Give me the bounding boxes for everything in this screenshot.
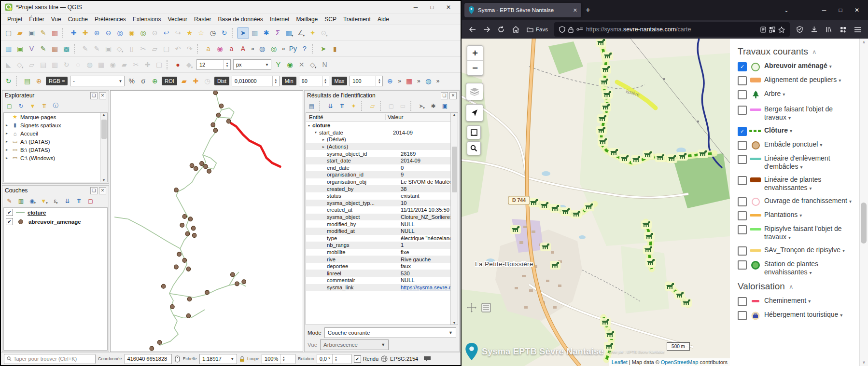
rotate-symbols-icon[interactable]: ◇▾ xyxy=(308,59,319,70)
legend-item[interactable]: Linéaire de plantes envahissantes▾ xyxy=(738,176,856,192)
identify-row[interactable]: commentairNULL xyxy=(306,277,451,284)
explorer-item-signets-spatiaux[interactable]: ▸▮Signets spatiaux xyxy=(4,121,107,129)
extensions-button[interactable] xyxy=(836,23,850,36)
dropdown-caret-icon[interactable]: ▾ xyxy=(842,248,845,253)
new-mesh-layer-icon[interactable]: ▩ xyxy=(61,43,72,54)
filter-expression-icon[interactable]: ε▾ xyxy=(50,196,61,206)
menu-couche[interactable]: Couche xyxy=(65,15,91,24)
fill-ring-icon[interactable]: ◉ xyxy=(107,59,118,70)
zoom-native-icon[interactable]: ⊙ xyxy=(149,27,160,39)
scp-image-zoom-icon[interactable]: ⊕ xyxy=(33,76,44,87)
merge-features-icon[interactable]: ▥ xyxy=(49,59,60,70)
scp-classification-icon[interactable]: ▦ xyxy=(404,76,415,87)
scp-roi-add-icon[interactable]: ✚ xyxy=(190,76,201,87)
explorer-item-c-windows-[interactable]: ▸▭C:\ (Windows) xyxy=(4,154,107,162)
layers-float-button[interactable]: ❏ xyxy=(90,187,98,194)
tracing-offset-spin[interactable]: 12▲▼ xyxy=(196,59,231,70)
reload-button[interactable] xyxy=(494,23,508,36)
scp-min-spin[interactable]: 60▲▼ xyxy=(299,76,329,86)
explorer-item-b-datas-[interactable]: ▸▭B:\ (DATAS) xyxy=(4,146,107,154)
tree-expander-icon[interactable]: ▸ xyxy=(322,145,327,149)
copy-move-icon[interactable]: ▢ xyxy=(154,59,165,70)
copy-clipboard-icon[interactable]: ▢ xyxy=(386,101,397,111)
legend-item[interactable]: Berge faisant l'objet de travaux▾ xyxy=(738,105,856,122)
split-parts-icon[interactable]: ▤ xyxy=(38,59,49,70)
identify-float-button[interactable]: ❏ xyxy=(441,92,448,99)
expand-new-results-icon[interactable]: ✦ xyxy=(348,101,359,111)
scp-rgb-combo[interactable]: -▼ xyxy=(70,76,125,86)
search-locator-icon[interactable]: ⊙▾ xyxy=(319,27,330,39)
identify-row[interactable]: mobilitefixe xyxy=(306,249,451,256)
paste-features-icon[interactable]: ▢ xyxy=(161,43,172,54)
add-group-icon[interactable]: ▥ xyxy=(15,196,27,206)
normals-icon[interactable]: N xyxy=(319,59,330,70)
scp-bandset-icon[interactable]: ▤ xyxy=(22,76,33,87)
refresh-map-icon[interactable]: ↻ xyxy=(219,27,230,39)
messages-icon[interactable] xyxy=(423,356,431,362)
legend-list-icon[interactable] xyxy=(481,302,491,313)
scp-stretch-percent-icon[interactable]: % xyxy=(126,76,137,87)
menu-vecteur[interactable]: Vecteur xyxy=(164,15,191,24)
simplify-feature-icon[interactable]: ◌ xyxy=(72,59,84,70)
toggle-editing-icon[interactable]: ✎ xyxy=(91,43,102,54)
split-features-icon[interactable]: Y xyxy=(273,59,284,70)
save-edits-icon[interactable]: ▣ xyxy=(103,43,114,54)
tree-expander-icon[interactable]: ▾ xyxy=(308,123,312,128)
bookmarks-folder-button[interactable]: Favs xyxy=(523,23,551,36)
identify-row[interactable]: created_at11/11/2014 10:35:50 (Paris, ..… xyxy=(306,206,451,214)
coordinate-input[interactable]: 416040 6651828 xyxy=(125,354,172,364)
browser-tab[interactable]: Sysma - EPTB Sèvre Nantaise ✕ xyxy=(464,3,581,17)
legend-item[interactable]: Arbre▾ xyxy=(738,90,856,101)
tab-close-icon[interactable]: ✕ xyxy=(573,7,577,14)
legend-checkbox[interactable] xyxy=(738,155,747,164)
layer-checkbox[interactable]: ✔ xyxy=(6,218,13,225)
scp-preview-icon[interactable]: ⊕ xyxy=(384,76,395,87)
downloads-button[interactable] xyxy=(807,23,821,36)
legend-item[interactable]: Hébergement touristique▾ xyxy=(738,311,856,322)
menu-extensions[interactable]: Extensions xyxy=(129,15,165,24)
scp-cumulative-icon[interactable]: ⊕ xyxy=(149,76,160,87)
temporal-controller-icon[interactable]: ◷ xyxy=(207,27,218,39)
identify-row[interactable]: nb_rangs1 xyxy=(306,242,451,249)
map-canvas[interactable] xyxy=(110,90,303,352)
explorer-close-button[interactable]: ✕ xyxy=(99,92,106,99)
scp-plugin-icon[interactable]: ↻ xyxy=(3,76,14,87)
legend-checkbox[interactable] xyxy=(738,106,747,115)
bookmark-star-icon[interactable] xyxy=(778,27,785,33)
save-project-icon[interactable]: ▣ xyxy=(26,27,37,39)
scp-dist-spin[interactable]: 0,010000▲▼ xyxy=(232,76,280,86)
db-manager-icon[interactable]: ◍ xyxy=(257,43,268,54)
explorer-item-accueil[interactable]: ▸⌂Accueil xyxy=(4,129,107,137)
cad-tools-icon[interactable]: ◣ xyxy=(3,59,14,70)
dropdown-caret-icon[interactable]: ▾ xyxy=(788,235,791,240)
menu-projet[interactable]: Projet xyxy=(4,15,26,24)
crs-value[interactable]: EPSG:2154 xyxy=(390,356,418,362)
scp-stretch-sigma-icon[interactable]: σ xyxy=(138,76,149,87)
collapse-chevron-icon[interactable]: ∧ xyxy=(812,48,817,55)
collapse-tree-icon[interactable]: ⇈ xyxy=(336,101,348,111)
dropdown-caret-icon[interactable]: ▾ xyxy=(808,298,811,304)
snap-tracing-icon[interactable]: ◉ xyxy=(284,59,295,70)
page-scrollbar[interactable]: ∧ ∨ xyxy=(859,39,868,366)
expand-tree-icon[interactable]: ⇊ xyxy=(325,101,336,111)
scroll-down-icon[interactable]: ∨ xyxy=(863,360,866,365)
identify-mode-select[interactable]: Couche courante▼ xyxy=(324,327,456,338)
zoom-next-icon[interactable]: ↪ xyxy=(172,27,183,39)
delete-selected-icon[interactable]: ▯ xyxy=(126,43,137,54)
identify-features-icon[interactable]: ➤ xyxy=(238,27,249,39)
protections-shield-icon[interactable] xyxy=(793,23,806,36)
identify-mode-icon[interactable]: ➤▾ xyxy=(416,101,427,111)
measure-icon[interactable]: ∠▾ xyxy=(295,27,307,39)
legend-checkbox[interactable] xyxy=(738,176,747,185)
legend-checkbox[interactable]: ✓ xyxy=(738,127,747,136)
identify-settings-icon[interactable]: ✱ xyxy=(428,101,439,111)
identify-row[interactable]: linreel530 xyxy=(306,270,451,277)
manage-visibility-icon[interactable]: ◉▾ xyxy=(27,196,38,206)
new-spatial-bookmark-icon[interactable]: ★ xyxy=(184,27,195,39)
copy-features-icon[interactable]: ▱ xyxy=(149,43,160,54)
layer-item-abreuvoir_amenage[interactable]: ✔abreuvoir_amenage xyxy=(4,217,107,226)
current-edits-icon[interactable]: ✎ xyxy=(80,43,91,54)
layer-diagram-icon[interactable]: ◉ xyxy=(214,43,225,54)
menu-vue[interactable]: Vue xyxy=(48,15,65,24)
dropdown-caret-icon[interactable]: ▾ xyxy=(820,142,822,148)
